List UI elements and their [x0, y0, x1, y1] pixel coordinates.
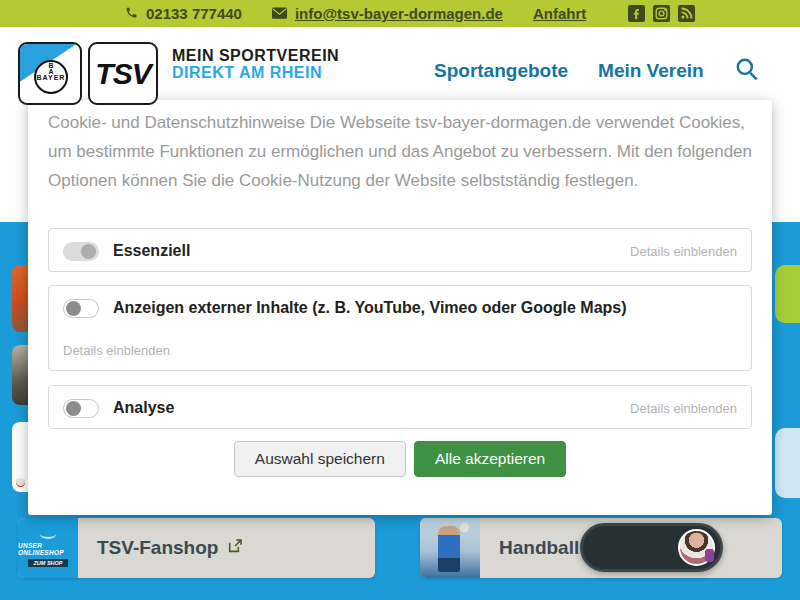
instagram-icon[interactable] — [653, 5, 670, 22]
site-tagline: MEIN SPORTVEREIN DIREKT AM RHEIN — [172, 47, 339, 81]
background-button-fragment — [775, 265, 800, 323]
cookie-consent-dialog: Cookie- und Datenschutzhinweise Die Webs… — [28, 100, 772, 515]
nav-item-sportangebote[interactable]: Sportangebote — [434, 60, 568, 82]
toggle-knob — [66, 301, 81, 316]
option-label: Analyse — [113, 399, 174, 417]
top-contact-bar: 02133 777440 info@tsv-bayer-dormagen.de … — [0, 0, 800, 27]
details-einblenden-link[interactable]: Details einblenden — [630, 244, 737, 259]
phone-icon — [125, 5, 138, 22]
tagline-line1: MEIN SPORTVEREIN — [172, 47, 339, 64]
rss-icon[interactable] — [678, 5, 695, 22]
cookie-option-analyse: Analyse Details einblenden — [48, 385, 752, 429]
accept-all-button[interactable]: Alle akzeptieren — [414, 441, 566, 477]
analyse-toggle[interactable] — [63, 399, 99, 418]
shop-logo-icon — [40, 529, 56, 539]
cookie-option-essenziell: Essenziell Details einblenden — [48, 228, 752, 272]
handball-player-figure — [438, 526, 460, 572]
background-card-fragment — [12, 265, 29, 332]
background-card-fragment — [775, 428, 800, 498]
handball-thumbnail — [420, 518, 480, 578]
cookie-option-externe-inhalte: Anzeigen externer Inhalte (z. B. YouTube… — [48, 285, 752, 371]
directions-link[interactable]: Anfahrt — [533, 5, 586, 22]
background-card-fragment — [12, 422, 29, 492]
toggle-knob — [66, 401, 81, 416]
handball-ball — [460, 523, 469, 532]
cookie-button-row: Auswahl speichern Alle akzeptieren — [28, 441, 772, 477]
details-einblenden-link[interactable]: Details einblenden — [630, 401, 737, 416]
externe-inhalte-toggle[interactable] — [63, 299, 99, 318]
search-icon[interactable] — [734, 56, 760, 86]
fanshop-card[interactable]: UNSER ONLINESHOP ZUM SHOP TSV-Fanshop — [18, 518, 375, 578]
tsv-logo[interactable]: TSV — [88, 42, 158, 105]
nav-item-mein-verein[interactable]: Mein Verein — [598, 60, 704, 82]
phone-contact[interactable]: 02133 777440 — [125, 5, 242, 22]
fanshop-thumbnail: UNSER ONLINESHOP ZUM SHOP — [18, 518, 78, 578]
cookie-intro-text: Cookie- und Datenschutzhinweise Die Webs… — [48, 108, 754, 195]
background-card-fragment — [12, 345, 29, 405]
tsv-logo-text: TSV — [95, 57, 150, 91]
bayer-cross-icon: BA BAYER — [34, 60, 68, 94]
email-link[interactable]: info@tsv-bayer-dormagen.de — [295, 5, 503, 22]
facebook-icon[interactable] — [628, 5, 645, 22]
essenziell-toggle[interactable] — [63, 242, 99, 261]
email-contact[interactable]: info@tsv-bayer-dormagen.de — [272, 5, 503, 22]
bayer-logo[interactable]: BA BAYER — [18, 42, 82, 105]
details-einblenden-link[interactable]: Details einblenden — [63, 343, 170, 358]
chat-widget-pill[interactable] — [580, 523, 723, 572]
option-label: Anzeigen externer Inhalte (z. B. YouTube… — [113, 299, 627, 317]
external-link-icon — [227, 537, 243, 559]
mail-icon — [272, 5, 287, 22]
thumb-text: UNSER ONLINESHOP — [18, 542, 78, 556]
fanshop-card-title: TSV-Fanshop — [97, 537, 218, 559]
save-selection-button[interactable]: Auswahl speichern — [234, 441, 406, 477]
thumb-badge: ZUM SHOP — [28, 559, 67, 567]
main-nav: Sportangebote Mein Verein — [434, 56, 760, 86]
tagline-line2: DIREKT AM RHEIN — [172, 64, 339, 81]
option-label: Essenziell — [113, 242, 190, 260]
chat-avatar[interactable] — [678, 529, 715, 566]
phone-number: 02133 777440 — [146, 5, 242, 22]
toggle-knob — [81, 244, 96, 259]
